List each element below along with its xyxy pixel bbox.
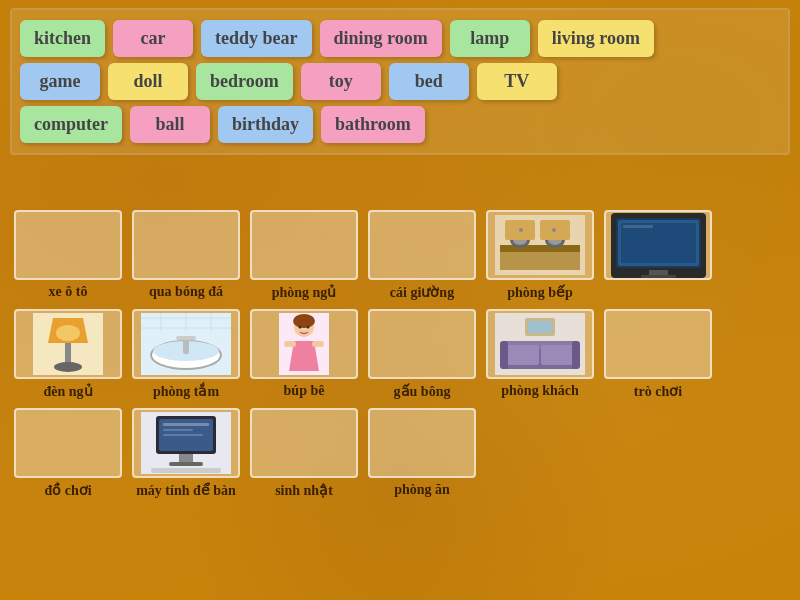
drop-box-gau-bong[interactable]	[368, 309, 476, 379]
doll-icon	[279, 313, 329, 375]
drop-label-phong-tam: phòng tắm	[153, 383, 219, 400]
drop-item-phong-an: phòng ăn	[368, 408, 476, 498]
kitchen-icon	[495, 215, 585, 275]
drop-item-qua-bong-da: qua bóng đá	[132, 210, 240, 300]
svg-rect-57	[163, 429, 193, 431]
svg-point-39	[299, 326, 302, 329]
svg-rect-20	[65, 343, 71, 365]
svg-rect-58	[163, 434, 203, 436]
svg-rect-16	[641, 275, 676, 278]
sticky-dining-room[interactable]: dining room	[320, 20, 442, 57]
drop-row-2: đèn ngủ	[14, 309, 786, 400]
drop-zones-section: xe ô tô qua bóng đá phòng ngủ cái giường	[10, 210, 790, 590]
drop-label-do-choi: đồ chơi	[44, 482, 91, 499]
svg-rect-1	[500, 250, 580, 270]
cork-board: kitchen car teddy bear dining room lamp …	[0, 0, 800, 600]
sticky-doll[interactable]: doll	[108, 63, 188, 100]
drop-item-sinh-nhat: sinh nhật	[250, 408, 358, 499]
drop-label-phong-an: phòng ăn	[394, 482, 450, 498]
drop-box-xe-oto[interactable]	[14, 210, 122, 280]
drop-item-may-tinh: máy tính để bàn	[132, 408, 240, 499]
drop-label-may-tinh: máy tính để bàn	[136, 482, 236, 499]
drop-box-phong-an[interactable]	[368, 408, 476, 478]
drop-box-tv[interactable]	[604, 210, 712, 280]
drop-label-cai-giuong: cái giường	[390, 284, 454, 301]
sticky-lamp[interactable]: lamp	[450, 20, 530, 57]
sticky-row-3: computer ball birthday bathroom	[20, 106, 780, 143]
sticky-tv[interactable]: TV	[477, 63, 557, 100]
sticky-bedroom[interactable]: bedroom	[196, 63, 293, 100]
sticky-ball[interactable]: ball	[130, 106, 210, 143]
drop-box-may-tinh[interactable]	[132, 408, 240, 478]
drop-row-1: xe ô tô qua bóng đá phòng ngủ cái giường	[14, 210, 786, 301]
sticky-game[interactable]: game	[20, 63, 100, 100]
svg-rect-53	[179, 454, 193, 462]
drop-item-cai-giuong: cái giường	[368, 210, 476, 301]
drop-label-den-ngu: đèn ngủ	[43, 383, 92, 400]
drop-label-qua-bong-da: qua bóng đá	[149, 284, 223, 300]
svg-point-22	[56, 325, 80, 341]
sticky-toy[interactable]: toy	[301, 63, 381, 100]
drop-item-bup-be: búp bê	[250, 309, 358, 399]
drop-label-sinh-nhat: sinh nhật	[275, 482, 333, 499]
sticky-row-1: kitchen car teddy bear dining room lamp …	[20, 20, 780, 57]
svg-rect-45	[541, 345, 573, 365]
drop-box-den-ngu[interactable]	[14, 309, 122, 379]
drop-box-phong-bep[interactable]	[486, 210, 594, 280]
drop-item-den-ngu: đèn ngủ	[14, 309, 122, 400]
sticky-notes-section: kitchen car teddy bear dining room lamp …	[10, 8, 790, 155]
svg-point-35	[293, 314, 315, 328]
sticky-row-2: game doll bedroom toy bed TV	[20, 63, 780, 100]
svg-point-9	[519, 228, 523, 232]
drop-item-xe-oto: xe ô tô	[14, 210, 122, 300]
sticky-car[interactable]: car	[113, 20, 193, 57]
drop-box-qua-bong-da[interactable]	[132, 210, 240, 280]
drop-item-phong-tam: phòng tắm	[132, 309, 240, 400]
svg-point-10	[552, 228, 556, 232]
drop-item-phong-bep: phòng bếp	[486, 210, 594, 301]
drop-item-phong-ngu: phòng ngủ	[250, 210, 358, 301]
sticky-bathroom[interactable]: bathroom	[321, 106, 425, 143]
sticky-bed[interactable]: bed	[389, 63, 469, 100]
svg-rect-47	[572, 341, 580, 369]
drop-box-do-choi[interactable]	[14, 408, 122, 478]
drop-label-xe-oto: xe ô tô	[49, 284, 88, 300]
drop-label-phong-bep: phòng bếp	[507, 284, 572, 301]
sticky-living-room[interactable]: living room	[538, 20, 654, 57]
drop-item-tv	[604, 210, 712, 284]
svg-rect-37	[284, 341, 296, 347]
drop-box-sinh-nhat[interactable]	[250, 408, 358, 478]
sticky-birthday[interactable]: birthday	[218, 106, 313, 143]
drop-item-do-choi: đồ chơi	[14, 408, 122, 499]
drop-box-phong-ngu[interactable]	[250, 210, 358, 280]
drop-item-phong-khach: phòng khách	[486, 309, 594, 399]
lamp-icon	[33, 313, 103, 375]
drop-box-tro-choi[interactable]	[604, 309, 712, 379]
drop-item-gau-bong: gấu bông	[368, 309, 476, 400]
bathroom-icon	[141, 313, 231, 375]
drop-label-tro-choi: trò chơi	[634, 383, 682, 400]
tv-icon	[611, 213, 706, 278]
sticky-computer[interactable]: computer	[20, 106, 122, 143]
drop-box-cai-giuong[interactable]	[368, 210, 476, 280]
svg-rect-55	[151, 468, 221, 473]
svg-point-40	[307, 326, 310, 329]
svg-rect-27	[176, 336, 196, 340]
drop-label-phong-khach: phòng khách	[501, 383, 578, 399]
svg-rect-46	[500, 341, 508, 369]
svg-rect-44	[507, 345, 539, 365]
svg-rect-54	[169, 462, 203, 466]
svg-point-21	[54, 362, 82, 372]
svg-rect-56	[163, 423, 209, 426]
drop-box-phong-tam[interactable]	[132, 309, 240, 379]
sticky-kitchen[interactable]: kitchen	[20, 20, 105, 57]
svg-rect-49	[528, 321, 552, 333]
drop-box-bup-be[interactable]	[250, 309, 358, 379]
svg-rect-26	[183, 338, 189, 354]
drop-label-gau-bong: gấu bông	[394, 383, 451, 400]
drop-label-phong-ngu: phòng ngủ	[272, 284, 337, 301]
computer-icon	[141, 412, 231, 474]
drop-box-phong-khach[interactable]	[486, 309, 594, 379]
drop-item-tro-choi: trò chơi	[604, 309, 712, 400]
sticky-teddy-bear[interactable]: teddy bear	[201, 20, 312, 57]
